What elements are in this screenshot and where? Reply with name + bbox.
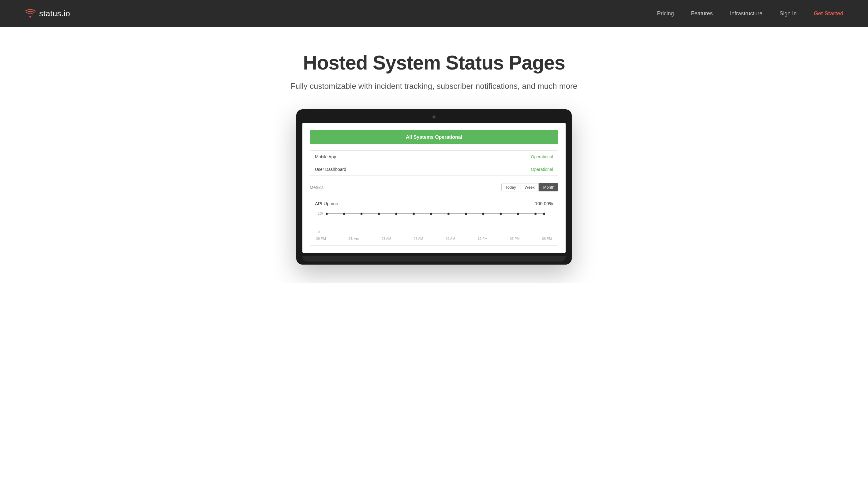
chart-label-7: 06 PM	[542, 237, 552, 240]
api-uptime-value: 100.00%	[535, 201, 553, 206]
laptop-mockup-container: All Systems Operational Mobile App Opera…	[6, 109, 862, 265]
nav-links: Pricing Features Infrastructure Sign In …	[657, 10, 843, 17]
status-item-value-mobile: Operational	[531, 154, 553, 159]
nav-pricing[interactable]: Pricing	[657, 10, 674, 17]
svg-point-8	[412, 213, 415, 215]
svg-point-7	[396, 213, 398, 215]
status-item-dashboard: User Dashboard Operational	[310, 163, 558, 176]
hero-subtitle: Fully customizable with incident trackin…	[6, 82, 862, 91]
svg-point-14	[517, 213, 519, 215]
svg-point-5	[361, 213, 363, 215]
metrics-label: Metrics	[310, 185, 323, 190]
status-item-mobile-app: Mobile App Operational	[310, 151, 558, 163]
nav-infrastructure[interactable]: Infrastructure	[730, 10, 763, 17]
laptop-screen: All Systems Operational Mobile App Opera…	[302, 123, 566, 253]
hero-title: Hosted System Status Pages	[6, 52, 862, 74]
laptop-base	[302, 256, 566, 262]
api-uptime-header: API Uptime 100.00%	[315, 201, 553, 206]
svg-point-16	[543, 213, 546, 215]
svg-point-6	[378, 213, 380, 215]
hero-section: Hosted System Status Pages Fully customi…	[0, 27, 868, 283]
metric-btn-today[interactable]: Today	[501, 183, 520, 191]
svg-point-3	[326, 213, 328, 215]
chart-svg: 100 0	[318, 210, 550, 235]
chart-label-5: 12 PM	[478, 237, 488, 240]
svg-text:0: 0	[318, 230, 319, 234]
logo-wifi-icon	[25, 8, 36, 19]
laptop-frame: All Systems Operational Mobile App Opera…	[296, 109, 572, 265]
nav-signin[interactable]: Sign In	[779, 10, 797, 17]
status-item-name-dashboard: User Dashboard	[315, 167, 346, 172]
svg-point-12	[483, 213, 485, 215]
svg-point-11	[465, 213, 467, 215]
chart-label-0: 09 PM	[316, 237, 326, 240]
svg-point-4	[343, 213, 345, 215]
laptop-camera	[432, 116, 436, 119]
chart-label-1: 24. Apr	[348, 237, 359, 240]
svg-text:100: 100	[318, 212, 323, 215]
logo-text: status.io	[39, 9, 70, 19]
chart-label-6: 03 PM	[510, 237, 520, 240]
metrics-header: Metrics Today Week Month	[310, 183, 558, 191]
api-uptime-card: API Uptime 100.00% 100 0	[310, 196, 558, 246]
status-item-name-mobile: Mobile App	[315, 154, 336, 159]
metric-btn-week[interactable]: Week	[521, 183, 539, 191]
navbar: status.io Pricing Features Infrastructur…	[0, 0, 868, 27]
chart-label-2: 03 AM	[382, 237, 391, 240]
nav-features[interactable]: Features	[691, 10, 713, 17]
api-uptime-title: API Uptime	[315, 201, 338, 206]
nav-get-started[interactable]: Get Started	[814, 10, 843, 17]
logo[interactable]: status.io	[25, 8, 70, 19]
status-items-list: Mobile App Operational User Dashboard Op…	[310, 150, 558, 176]
api-uptime-chart: 100 0	[315, 210, 553, 235]
chart-x-labels: 09 PM 24. Apr 03 AM 06 AM 09 AM 12 PM 03…	[315, 237, 553, 240]
svg-point-13	[500, 213, 502, 215]
status-item-value-dashboard: Operational	[531, 167, 553, 172]
svg-point-9	[430, 213, 432, 215]
svg-point-10	[447, 213, 450, 215]
metric-buttons-group: Today Week Month	[501, 183, 558, 191]
status-banner: All Systems Operational	[310, 130, 558, 144]
metric-btn-month[interactable]: Month	[539, 183, 558, 191]
chart-label-4: 09 AM	[446, 237, 455, 240]
svg-point-15	[534, 213, 536, 215]
chart-label-3: 06 AM	[413, 237, 423, 240]
